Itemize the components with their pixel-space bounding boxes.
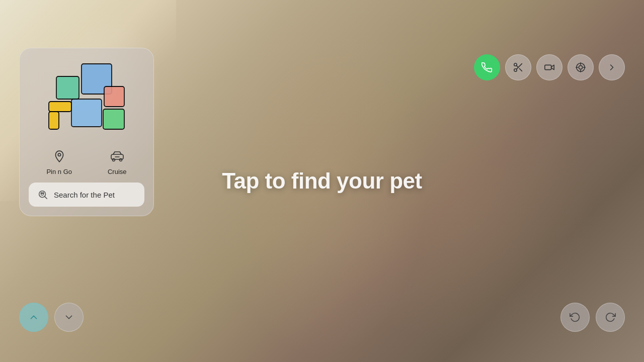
svg-line-20 — [516, 65, 518, 67]
app-menu-row: Pin n Go Cruise — [29, 147, 144, 175]
content-layer: Pin n Go Cruise — [0, 0, 644, 362]
car-icon — [108, 147, 126, 165]
app-logo — [29, 57, 144, 140]
center-tagline: Tap to find your pet — [222, 168, 422, 194]
scroll-down-button[interactable] — [54, 303, 84, 332]
svg-point-23 — [579, 65, 582, 69]
svg-rect-1 — [56, 76, 79, 99]
redo-button[interactable] — [596, 303, 625, 332]
cruise-label: Cruise — [108, 168, 127, 175]
undo-button[interactable] — [560, 303, 590, 332]
scissors-button[interactable] — [505, 54, 531, 80]
search-for-pet-button[interactable]: Search for the Pet — [29, 183, 144, 207]
app-logo-svg — [44, 59, 129, 139]
svg-line-13 — [45, 197, 47, 199]
bottom-left-nav — [19, 303, 84, 332]
location-pin-icon — [50, 147, 68, 165]
svg-line-19 — [519, 68, 522, 71]
phone-button[interactable] — [474, 54, 500, 80]
video-button[interactable] — [536, 54, 562, 80]
next-button[interactable] — [599, 54, 625, 80]
scroll-up-button[interactable] — [19, 303, 48, 332]
menu-item-pin-n-go[interactable]: Pin n Go — [46, 147, 72, 175]
bottom-right-nav — [560, 303, 625, 332]
svg-rect-4 — [49, 112, 59, 129]
svg-point-9 — [112, 159, 115, 161]
menu-item-cruise[interactable]: Cruise — [108, 147, 127, 175]
top-toolbar — [474, 54, 625, 80]
svg-rect-21 — [545, 65, 551, 69]
search-btn-label: Search for the Pet — [54, 191, 115, 199]
target-button[interactable] — [568, 54, 594, 80]
svg-point-7 — [58, 153, 60, 156]
search-pet-icon — [37, 189, 49, 201]
svg-rect-6 — [103, 109, 124, 129]
svg-rect-5 — [71, 99, 102, 127]
svg-rect-3 — [49, 102, 71, 112]
app-card: Pin n Go Cruise — [19, 48, 154, 216]
svg-rect-2 — [104, 86, 124, 107]
svg-point-15 — [43, 193, 44, 194]
svg-point-14 — [41, 193, 42, 194]
pin-n-go-label: Pin n Go — [46, 168, 72, 175]
svg-point-10 — [119, 159, 122, 161]
